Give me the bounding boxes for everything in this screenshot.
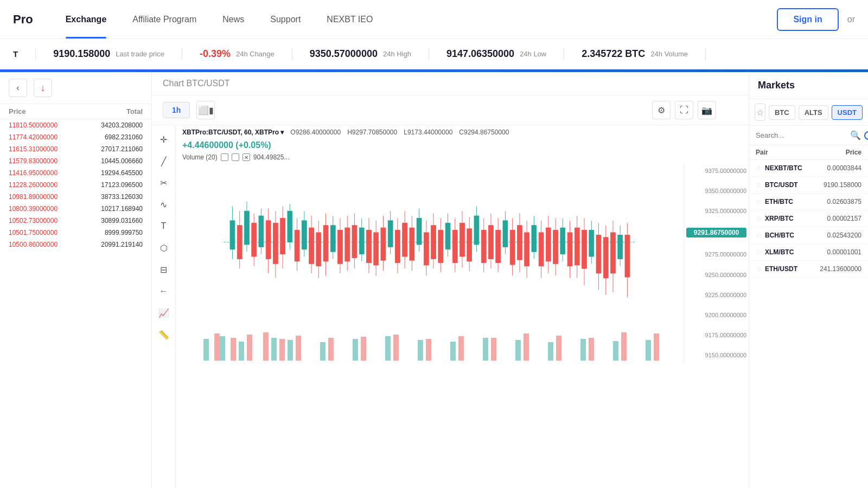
orderbook-row: 11228.2600000017123.096500 [0,179,151,191]
markets-tab-btc[interactable]: BTC [769,105,795,120]
back-tool[interactable]: ← [155,282,173,300]
market-row[interactable]: ☆NEXBT/BTC0.00003844 [749,160,868,177]
order-total: 20991.219140 [76,241,143,248]
orderbook-row: 10500.8600000020991.219140 [0,239,151,251]
order-total: 8999.999750 [76,229,143,236]
market-star[interactable]: ☆ [756,197,763,206]
line-tool[interactable]: ╱ [155,152,173,170]
orderbook-row: 11615.3100000027017.211060 [0,143,151,155]
market-row[interactable]: ☆ETH/BTC0.02603875 [749,194,868,210]
markets-tab-star[interactable]: ☆ [755,104,765,121]
market-pair: XLM/BTC [765,248,813,256]
svg-rect-62 [381,228,386,260]
market-star[interactable]: ☆ [756,181,763,189]
parallel-tool[interactable]: ⊟ [155,261,173,278]
candle-type-btn[interactable]: ⬜▮ [196,101,215,119]
price-level-3: 9291.86750000 [686,228,746,237]
search-icon[interactable]: 🔍 [850,130,861,140]
svg-rect-121 [418,340,423,361]
market-star[interactable]: ☆ [756,214,763,223]
order-price: 11579.83000000 [9,157,76,165]
nav-exchange[interactable]: Exchange [66,15,107,24]
nav-or-label: or [847,15,855,24]
ticker-change-value: -0.39% [200,48,231,60]
ticker-low: 9147.06350000 24h Low [429,48,564,60]
settings-btn[interactable]: ⚙ [652,101,671,119]
arrow-left-btn[interactable]: ‹ [9,79,27,97]
svg-rect-38 [266,221,271,259]
ticker-symbol-text: T [13,49,18,59]
nav-affiliate[interactable]: Affiliate Program [132,15,196,24]
timeframe-1h-btn[interactable]: 1h [163,102,190,118]
markets-search-input[interactable] [756,131,847,139]
market-row[interactable]: ☆BTC/USDT9190.158000 [749,177,868,194]
ruler-tool[interactable]: 📏 [155,326,173,343]
camera-btn[interactable]: 📷 [698,101,716,119]
markets-tab-usdt[interactable]: USDT [832,105,863,120]
price-level-8: 9175.00000000 [686,332,746,338]
svg-rect-82 [481,230,486,263]
arrow-down-btn[interactable]: ↓ [34,79,52,97]
fullscreen-btn[interactable]: ⛶ [675,101,693,119]
svg-rect-80 [467,229,472,261]
svg-rect-54 [345,228,350,261]
nav-news[interactable]: News [222,15,244,24]
orderbook-rows: 11810.5000000034203.20800011774.42000000… [0,119,151,488]
chart-body: ✛╱✂∿T⬡⊟←📈📏 XBTPro:BTC/USDT, 60, XBTPro ▾… [152,125,749,488]
price-level-2: 9325.00000000 [686,208,746,214]
market-row[interactable]: ☆ETH/USDT241.13600000 [749,261,868,278]
svg-rect-22 [474,216,479,245]
settings-icon: ⚙ [658,105,665,115]
chart-icon-tool[interactable]: 📈 [155,304,173,322]
ticker-last-price-value: 9190.158000 [53,48,110,60]
markets-tab-alts[interactable]: ALTS [799,105,828,120]
signin-button[interactable]: Sign in [777,8,838,31]
svg-rect-46 [309,228,314,264]
market-row[interactable]: ☆BCH/BTC0.02543200 [749,227,868,244]
svg-rect-20 [445,223,450,249]
volume-gear-icon[interactable] [232,153,239,161]
curve-tool[interactable]: ∿ [155,196,173,213]
chart-canvas: XBTPro:BTC/USDT, 60, XBTPro ▾ O9286.4000… [176,125,749,488]
volume-circle-icon[interactable] [221,153,228,161]
svg-rect-14 [359,228,364,254]
node-tool[interactable]: ⬡ [155,239,173,256]
volume-x-icon[interactable]: ✕ [242,153,250,161]
svg-rect-58 [367,230,372,263]
svg-rect-144 [621,332,627,361]
nav-support[interactable]: Support [270,15,301,24]
market-price: 0.00002157 [813,215,861,222]
market-pair: ETH/USDT [765,265,813,273]
nav-ieo[interactable]: NEXBT IEO [327,15,373,24]
order-total: 38733.126030 [76,193,143,201]
market-star[interactable]: ☆ [756,248,763,256]
text-tool[interactable]: T [155,217,173,235]
crosshair-tool[interactable]: ✛ [155,131,173,148]
order-price: 10800.39000000 [9,205,76,213]
orderbook-row: 11774.420000006982.231060 [0,131,151,143]
market-price: 0.00001001 [813,248,861,256]
market-star[interactable]: ☆ [756,231,763,240]
svg-rect-96 [546,228,551,261]
price-level-5: 9250.00000000 [686,272,746,278]
chart-info-bar: XBTPro:BTC/USDT, 60, XBTPro ▾ O9286.4000… [176,125,749,139]
markets-col-pair: Pair [756,149,809,156]
market-row[interactable]: ☆XLM/BTC0.00001001 [749,244,868,261]
svg-rect-116 [271,338,277,361]
ticker-volume-label: 24h Volume [650,50,688,58]
nav-right: Sign in or [777,8,855,31]
orderbook-row: 11810.5000000034203.208000 [0,119,151,131]
svg-rect-40 [273,223,278,264]
market-star[interactable]: ☆ [756,265,763,273]
chart-header: Chart BTC/USDT [152,72,749,95]
order-total: 34203.208000 [76,121,143,129]
market-row[interactable]: ☆XRP/BTC0.00002157 [749,210,868,227]
svg-rect-104 [582,230,587,269]
scissors-tool[interactable]: ✂ [155,174,173,191]
svg-rect-98 [553,230,558,264]
price-level-9: 9150.00000000 [686,352,746,358]
markets-search: 🔍 Change [749,126,868,145]
svg-rect-114 [220,336,225,361]
market-star[interactable]: ☆ [756,164,763,172]
svg-rect-60 [374,233,379,265]
